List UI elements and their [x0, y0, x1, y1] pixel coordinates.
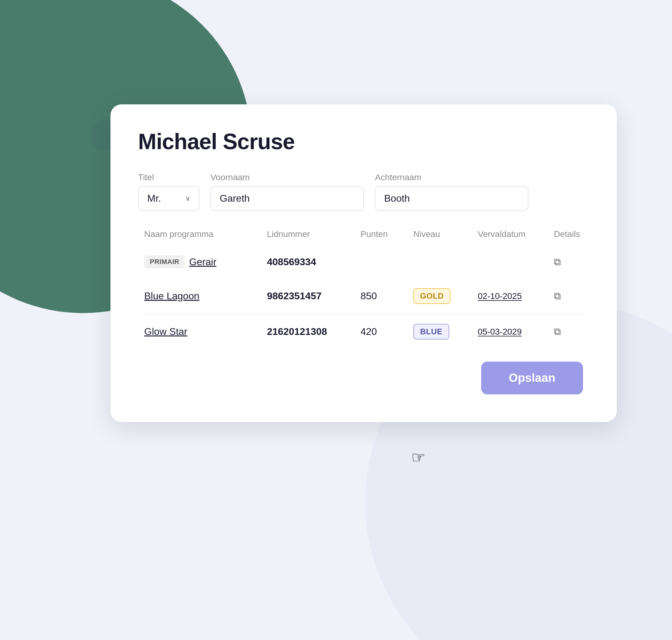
achternaam-field-group: Achternaam	[375, 173, 528, 211]
header-lidnummer: Lidnummer	[267, 229, 354, 239]
external-link-icon[interactable]: ⧉	[554, 256, 561, 267]
voornaam-label: Voornaam	[210, 173, 364, 182]
chevron-down-icon: ∨	[185, 194, 190, 203]
punten-cell: 850	[361, 290, 407, 302]
header-naam-programma: Naam programma	[144, 229, 261, 239]
program-name-link[interactable]: Glow Star	[144, 326, 187, 337]
achternaam-label: Achternaam	[375, 173, 528, 182]
page-title: Michael Scruse	[138, 129, 589, 154]
table-row: Glow Star 21620121308 420 BLUE 05-03-202…	[138, 314, 589, 349]
niveau-cell: GOLD	[413, 288, 472, 304]
niveau-badge: GOLD	[413, 288, 451, 304]
header-punten: Punten	[361, 229, 407, 239]
titel-label: Titel	[138, 173, 200, 182]
voornaam-input[interactable]	[210, 186, 364, 211]
lidnummer-cell: 21620121308	[267, 326, 354, 337]
punten-cell: 420	[361, 326, 407, 337]
lidnummer-cell: 9862351457	[267, 290, 354, 302]
details-cell[interactable]: ⧉	[554, 326, 583, 337]
table-row: Blue Lagoon 9862351457 850 GOLD 02-10-20…	[138, 278, 589, 314]
achternaam-input[interactable]	[375, 186, 528, 211]
save-button[interactable]: Opslaan	[481, 362, 583, 394]
form-row: Titel Mr. ∨ Voornaam Achternaam	[138, 173, 589, 211]
external-link-icon[interactable]: ⧉	[554, 290, 561, 302]
header-details: Details	[554, 229, 583, 239]
program-name-link[interactable]: Gerair	[189, 256, 216, 268]
primair-badge: PRIMAIR	[144, 256, 185, 268]
details-cell[interactable]: ⧉	[554, 290, 583, 302]
header-vervaldatum: Vervaldatum	[478, 229, 548, 239]
lidnummer-cell: 408569334	[267, 256, 354, 268]
niveau-badge: BLUE	[413, 324, 449, 339]
details-cell[interactable]: ⧉	[554, 256, 583, 268]
titel-field-group: Titel Mr. ∨	[138, 173, 200, 211]
voornaam-field-group: Voornaam	[210, 173, 364, 211]
titel-select-value: Mr.	[147, 193, 161, 204]
titel-select[interactable]: Mr. ∨	[138, 186, 200, 211]
table-header-row: Naam programma Lidnummer Punten Niveau V…	[138, 229, 589, 245]
program-name-cell: Blue Lagoon	[144, 290, 261, 302]
loyalty-table: Naam programma Lidnummer Punten Niveau V…	[138, 229, 589, 349]
table-row: PRIMAIR Gerair 408569334 ⧉	[138, 245, 589, 278]
vervaldatum-cell: 02-10-2025	[478, 291, 548, 301]
header-niveau: Niveau	[413, 229, 472, 239]
vervaldatum-cell: 05-03-2029	[478, 327, 548, 337]
program-name-cell: Glow Star	[144, 326, 261, 337]
external-link-icon[interactable]: ⧉	[554, 326, 561, 337]
button-row: Opslaan	[138, 362, 589, 394]
program-name-link[interactable]: Blue Lagoon	[144, 290, 200, 302]
main-card: Michael Scruse Titel Mr. ∨ Voornaam Acht…	[111, 104, 617, 422]
niveau-cell: BLUE	[413, 324, 472, 339]
program-name-cell: PRIMAIR Gerair	[144, 256, 261, 268]
